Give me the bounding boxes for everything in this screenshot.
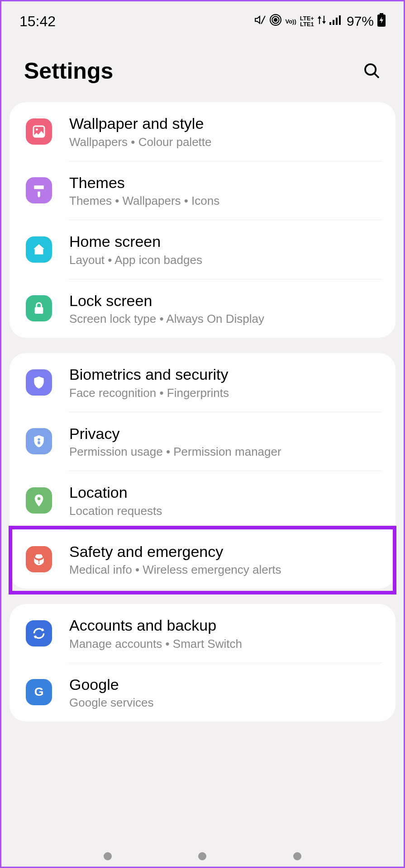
svg-point-17 — [38, 497, 41, 500]
wallpaper-icon — [26, 118, 52, 145]
svg-point-15 — [38, 439, 40, 441]
row-sub: Screen lock type • Always On Display — [69, 312, 382, 326]
row-sub: Manage accounts • Smart Switch — [69, 637, 382, 651]
signal-icon — [329, 15, 341, 28]
row-title: Themes — [69, 173, 382, 193]
location-pin-icon — [26, 487, 52, 514]
row-sub: Location requests — [69, 504, 382, 518]
row-sub: Medical info • Wireless emergency alerts — [69, 563, 382, 577]
svg-line-11 — [374, 73, 379, 78]
svg-rect-19 — [38, 563, 40, 564]
svg-line-0 — [262, 16, 266, 24]
row-sub: Google services — [69, 696, 382, 710]
status-indicators: Vo)) LTE+ LTE1 97% — [254, 13, 386, 29]
row-title: Location — [69, 483, 382, 502]
row-sub: Themes • Wallpapers • Icons — [69, 194, 382, 208]
svg-point-13 — [36, 128, 38, 131]
row-sub: Face recognition • Fingerprints — [69, 386, 382, 400]
settings-row-themes[interactable]: Themes Themes • Wallpapers • Icons — [10, 161, 395, 220]
shield-icon — [26, 369, 52, 396]
status-bar: 15:42 Vo)) LTE+ LTE1 97% — [1, 1, 404, 33]
status-time: 15:42 — [19, 13, 56, 30]
home-icon — [26, 236, 52, 263]
nav-home[interactable] — [198, 852, 206, 860]
row-sub: Layout • App icon badges — [69, 253, 382, 267]
lte1-indicator: LTE1 — [300, 21, 314, 27]
svg-text:G: G — [34, 685, 44, 698]
row-title: Lock screen — [69, 291, 382, 311]
settings-row-accounts[interactable]: Accounts and backup Manage accounts • Sm… — [10, 604, 395, 663]
row-title: Wallpaper and style — [69, 114, 382, 133]
sync-icon — [26, 620, 52, 646]
row-title: Privacy — [69, 424, 382, 443]
mute-icon — [254, 14, 266, 28]
settings-row-safety[interactable]: Safety and emergency Medical info • Wire… — [10, 530, 395, 589]
row-title: Home screen — [69, 232, 382, 251]
google-icon: G — [26, 679, 52, 705]
svg-rect-8 — [380, 13, 383, 14]
data-arrows-icon — [318, 14, 326, 28]
row-sub: Permission usage • Permission manager — [69, 445, 382, 459]
svg-rect-4 — [329, 22, 331, 25]
svg-rect-18 — [38, 559, 40, 562]
row-title: Safety and emergency — [69, 542, 382, 561]
battery-charging-icon — [377, 13, 386, 29]
row-title: Google — [69, 675, 382, 694]
settings-row-privacy[interactable]: Privacy Permission usage • Permission ma… — [10, 412, 395, 471]
settings-row-biometrics[interactable]: Biometrics and security Face recognition… — [10, 353, 395, 412]
battery-percentage: 97% — [347, 14, 374, 29]
svg-point-1 — [274, 19, 277, 22]
emergency-icon — [26, 546, 52, 572]
settings-row-home[interactable]: Home screen Layout • App icon badges — [10, 220, 395, 279]
row-title: Biometrics and security — [69, 365, 382, 384]
svg-rect-5 — [333, 20, 334, 25]
row-title: Accounts and backup — [69, 616, 382, 635]
settings-row-google[interactable]: G Google Google services — [10, 663, 395, 722]
settings-group-security: Biometrics and security Face recognition… — [10, 353, 395, 589]
settings-group-accounts: Accounts and backup Manage accounts • Sm… — [10, 604, 395, 722]
svg-rect-7 — [339, 15, 341, 25]
row-sub: Wallpapers • Colour palette — [69, 135, 382, 149]
privacy-shield-icon — [26, 428, 52, 454]
svg-rect-14 — [35, 307, 43, 314]
nav-recents[interactable] — [104, 852, 112, 860]
themes-icon — [26, 177, 52, 203]
nav-bar — [1, 852, 404, 860]
settings-row-wallpaper[interactable]: Wallpaper and style Wallpapers • Colour … — [10, 102, 395, 161]
svg-point-10 — [365, 64, 376, 75]
settings-group-display: Wallpaper and style Wallpapers • Colour … — [10, 102, 395, 338]
settings-row-location[interactable]: Location Location requests — [10, 471, 395, 530]
page-header: Settings — [1, 33, 404, 102]
page-title: Settings — [24, 58, 113, 84]
svg-rect-16 — [38, 441, 40, 444]
lock-icon — [26, 295, 52, 321]
nav-back[interactable] — [293, 852, 301, 860]
hotspot-icon — [270, 14, 281, 28]
svg-rect-6 — [336, 18, 338, 25]
volte-indicator: Vo)) — [285, 19, 296, 24]
settings-row-lock[interactable]: Lock screen Screen lock type • Always On… — [10, 279, 395, 338]
search-icon[interactable] — [363, 62, 381, 80]
